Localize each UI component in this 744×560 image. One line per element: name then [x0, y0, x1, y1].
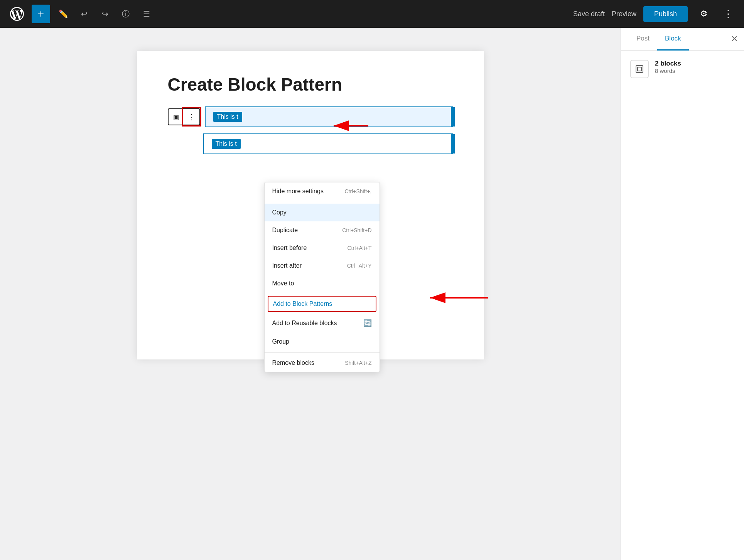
more-options-button[interactable]: ⋮	[720, 5, 736, 23]
menu-item-copy[interactable]: Copy	[265, 204, 380, 221]
block-1-text: This is t	[213, 112, 242, 122]
menu-divider-3	[265, 352, 380, 353]
block-stats: 2 blocks 8 words	[655, 60, 681, 74]
annotation-arrow-2	[422, 286, 492, 309]
menu-item-insert-after[interactable]: Insert after Ctrl+Alt+Y	[265, 257, 380, 275]
block-type-icon	[630, 60, 649, 78]
block-1-content[interactable]: This is t	[205, 106, 453, 127]
topbar: + ✏️ ↩ ↪ ⓘ ☰ Save draft Preview Publish …	[0, 0, 744, 28]
sidebar-content: 2 blocks 8 words	[621, 51, 744, 88]
menu-item-copy-label: Copy	[272, 209, 287, 216]
menu-item-hide-settings-label: Hide more settings	[272, 188, 324, 195]
topbar-right: Save draft Preview Publish ⚙ ⋮	[573, 5, 736, 23]
menu-item-add-block-patterns[interactable]: Add to Block Patterns	[268, 296, 376, 312]
save-draft-button[interactable]: Save draft	[573, 10, 605, 18]
menu-item-remove[interactable]: Remove blocks Shift+Alt+Z	[265, 354, 380, 372]
tab-block[interactable]: Block	[657, 28, 689, 51]
wordpress-logo	[8, 5, 26, 23]
menu-item-duplicate-shortcut: Ctrl+Shift+D	[342, 227, 371, 233]
menu-item-add-reusable-label: Add to Reusable blocks	[272, 320, 337, 327]
sidebar: Post Block ✕ 2 blocks 8 words	[621, 28, 744, 560]
block-words: 8 words	[655, 67, 681, 74]
menu-item-hide-settings[interactable]: Hide more settings Ctrl+Shift+,	[265, 182, 380, 200]
menu-item-hide-settings-shortcut: Ctrl+Shift+,	[344, 188, 371, 194]
publish-button[interactable]: Publish	[643, 6, 688, 22]
menu-item-move-to[interactable]: Move to	[265, 275, 380, 292]
tab-post[interactable]: Post	[629, 28, 657, 51]
editor-main: Create Block Pattern ▣ ⋮ Th	[0, 28, 621, 560]
block-count: 2 blocks	[655, 60, 681, 67]
add-block-button[interactable]: +	[32, 5, 50, 23]
menu-divider-2	[265, 294, 380, 294]
menu-item-insert-before-label: Insert before	[272, 245, 307, 251]
menu-item-group-label: Group	[272, 338, 289, 345]
reusable-icon: 🔄	[363, 319, 372, 327]
menu-divider-1	[265, 202, 380, 202]
block-toolbar: ▣ ⋮	[168, 108, 200, 125]
settings-button[interactable]: ⚙	[695, 5, 713, 23]
menu-item-remove-shortcut: Shift+Alt+Z	[345, 360, 371, 366]
edit-icon-button[interactable]: ✏️	[56, 6, 71, 22]
redo-button[interactable]: ↪	[97, 6, 113, 22]
topbar-left: + ✏️ ↩ ↪ ⓘ ☰	[8, 5, 154, 23]
menu-item-insert-after-shortcut: Ctrl+Alt+Y	[347, 263, 372, 269]
preview-button[interactable]: Preview	[612, 10, 636, 18]
svg-rect-3	[638, 67, 641, 71]
block2-right-indicator	[451, 134, 455, 153]
block-row-2: This is t	[168, 133, 453, 154]
sidebar-close-button[interactable]: ✕	[731, 34, 738, 44]
block-row-1: ▣ ⋮ This is t	[168, 106, 453, 127]
menu-item-insert-after-label: Insert after	[272, 262, 302, 269]
layout: Create Block Pattern ▣ ⋮ Th	[0, 28, 744, 560]
block-info: 2 blocks 8 words	[630, 60, 735, 78]
post-title: Create Block Pattern	[168, 74, 453, 95]
list-view-button[interactable]: ☰	[139, 6, 154, 22]
menu-item-add-reusable[interactable]: Add to Reusable blocks 🔄	[265, 314, 380, 333]
block-right-indicator	[451, 107, 455, 127]
undo-button[interactable]: ↩	[76, 6, 92, 22]
menu-item-remove-label: Remove blocks	[272, 359, 314, 366]
menu-item-group[interactable]: Group	[265, 333, 380, 351]
block-2-content[interactable]: This is t	[203, 133, 453, 154]
menu-item-duplicate[interactable]: Duplicate Ctrl+Shift+D	[265, 221, 380, 239]
svg-rect-2	[636, 66, 643, 73]
editor-canvas: Create Block Pattern ▣ ⋮ Th	[137, 51, 484, 359]
menu-item-insert-before[interactable]: Insert before Ctrl+Alt+T	[265, 239, 380, 257]
block-type-button[interactable]: ▣	[169, 109, 184, 125]
menu-item-duplicate-label: Duplicate	[272, 227, 298, 234]
sidebar-tabs: Post Block ✕	[621, 28, 744, 51]
block-options-button[interactable]: ⋮	[184, 109, 199, 125]
context-menu: Hide more settings Ctrl+Shift+, Copy Dup…	[264, 182, 380, 372]
block-2-text: This is t	[212, 139, 241, 149]
menu-item-insert-before-shortcut: Ctrl+Alt+T	[347, 245, 371, 251]
info-button[interactable]: ⓘ	[118, 6, 133, 22]
menu-item-add-block-patterns-label: Add to Block Patterns	[273, 300, 332, 307]
menu-item-move-to-label: Move to	[272, 280, 294, 287]
